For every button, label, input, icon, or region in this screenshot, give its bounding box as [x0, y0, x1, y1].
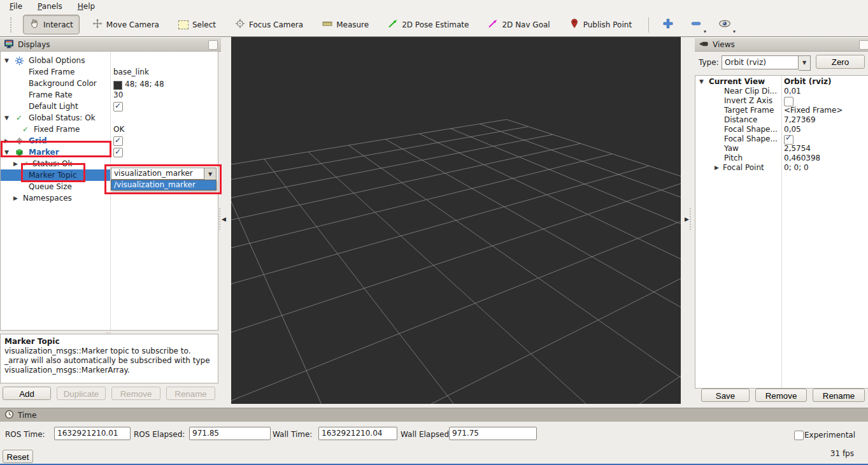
toolbar-separator [648, 17, 649, 32]
experimental-label: Experimental [804, 431, 855, 440]
tool-move-camera[interactable]: Move Camera [86, 15, 166, 34]
display-row-background-color[interactable]: Background Color 48; 48; 48 [1, 78, 218, 89]
views-panel-header: Views [695, 38, 868, 52]
wall-time-input[interactable]: 1632921210.04 [318, 427, 397, 440]
views-row-distance[interactable]: Distance 7,27369 [695, 115, 868, 125]
duplicate-button[interactable]: Duplicate [57, 387, 106, 400]
display-row-global-options[interactable]: ▼ Global Options [1, 55, 218, 66]
help-body: visualization_msgs::Marker topic to subs… [4, 347, 214, 375]
ground-grid [231, 37, 681, 404]
reset-button[interactable]: Reset [3, 450, 33, 463]
display-row-grid[interactable]: ▶ Grid [1, 135, 218, 147]
views-row-yaw[interactable]: Yaw 2,5754 [695, 144, 868, 154]
toolbar-drag-handle[interactable] [10, 17, 14, 32]
ruler-icon [322, 18, 332, 31]
marker-topic-combo[interactable]: visualization_marker ▼ [111, 168, 217, 181]
display-row-namespaces[interactable]: ▶ Namespaces [1, 192, 218, 204]
wall-elapsed-input[interactable]: 971.75 [449, 427, 537, 440]
zero-button[interactable]: Zero [816, 55, 865, 69]
tool-visibility-button[interactable]: ▾ [715, 17, 734, 32]
toolbar: Interact Move Camera Select Focus Camera… [0, 13, 868, 37]
tool-2d-pose-estimate-label: 2D Pose Estimate [402, 20, 469, 29]
views-row-pitch[interactable]: Pitch 0,460398 [695, 154, 868, 163]
check-icon: ✓ [22, 124, 29, 135]
views-row-invert-z[interactable]: Invert Z Axis [695, 96, 868, 106]
displays-panel-header: Displays [0, 38, 221, 52]
menu-help[interactable]: Help [75, 1, 98, 11]
tool-publish-point[interactable]: Publish Point [563, 15, 638, 34]
tool-interact[interactable]: Interact [23, 15, 80, 34]
marker-topic-combo-value[interactable]: visualization_marker [111, 168, 204, 180]
displays-panel-title: Displays [18, 40, 50, 49]
marker-topic-dropdown-list: /visualization_marker [111, 180, 217, 190]
tool-measure-label: Measure [336, 20, 369, 29]
wall-elapsed-label: Wall Elapsed: [401, 430, 452, 439]
combo-dropdown-button[interactable]: ▼ [799, 55, 811, 71]
3d-viewport[interactable] [231, 37, 681, 404]
display-row-default-light[interactable]: Default Light [1, 101, 218, 112]
views-row-focal-shape-fixed[interactable]: Focal Shape... [695, 134, 868, 144]
rename-display-button[interactable]: Rename [166, 387, 215, 400]
view-type-value[interactable]: Orbit (rviz) [722, 55, 799, 69]
view-type-combo[interactable]: Orbit (rviz) ▼ [722, 55, 811, 71]
invert-z-checkbox[interactable] [784, 97, 793, 106]
display-row-frame-rate[interactable]: Frame Rate 30 [1, 89, 218, 101]
experimental-checkbox[interactable] [794, 431, 804, 440]
marker-enabled-checkbox[interactable] [113, 148, 123, 157]
clock-icon [4, 410, 14, 421]
save-view-button[interactable]: Save [701, 389, 750, 402]
marker-topic-dropdown-item[interactable]: /visualization_marker [111, 180, 216, 190]
add-button[interactable]: Add [3, 387, 51, 400]
tool-focus-camera[interactable]: Focus Camera [229, 15, 309, 34]
tool-move-camera-label: Move Camera [106, 20, 159, 29]
display-row-marker[interactable]: ▼ Marker [1, 147, 218, 158]
tool-2d-nav-goal[interactable]: 2D Nav Goal [481, 15, 556, 34]
combo-dropdown-button[interactable]: ▼ [204, 168, 217, 181]
select-box-icon [178, 20, 189, 29]
menu-panels[interactable]: Panels [34, 1, 66, 11]
tool-measure[interactable]: Measure [316, 15, 375, 34]
wall-time-label: Wall Time: [273, 430, 312, 439]
views-panel-float-button[interactable] [859, 40, 868, 50]
tool-publish-point-label: Publish Point [583, 20, 632, 29]
tool-interact-label: Interact [43, 20, 73, 29]
left-splitter-collapse-arrow[interactable]: ◀ [222, 216, 226, 222]
add-tool-button[interactable] [659, 17, 677, 32]
magenta-arrow-icon [488, 18, 498, 31]
views-row-target-frame[interactable]: Target Frame <Fixed Frame> [695, 106, 868, 115]
time-panel-header: Time [0, 408, 868, 422]
move-icon [92, 18, 103, 31]
tool-select[interactable]: Select [172, 17, 222, 33]
fixed-frame-value[interactable]: base_link [113, 66, 149, 78]
views-row-near-clip[interactable]: Near Clip Di... 0,01 [695, 87, 868, 96]
ros-elapsed-input[interactable]: 971.85 [189, 427, 271, 440]
display-row-status-fixed-frame[interactable]: ✓ Fixed Frame OK [1, 124, 218, 135]
frame-rate-value[interactable]: 30 [113, 89, 123, 101]
ros-time-label: ROS Time: [5, 430, 45, 439]
menu-file[interactable]: File [6, 1, 25, 11]
pin-icon [569, 18, 580, 31]
rename-view-button[interactable]: Rename [813, 389, 865, 402]
remove-display-button[interactable]: Remove [111, 387, 160, 400]
ros-time-input[interactable]: 1632921210.01 [54, 427, 131, 440]
display-row-fixed-frame[interactable]: Fixed Frame base_link [1, 66, 218, 78]
tool-2d-nav-goal-label: 2D Nav Goal [502, 20, 550, 29]
default-light-checkbox[interactable] [113, 102, 123, 111]
display-row-global-status[interactable]: ▼ ✓ Global Status: Ok [1, 112, 218, 124]
background-color-value[interactable]: 48; 48; 48 [113, 78, 164, 90]
views-row-focal-point[interactable]: ▶ Focal Point 0; 0; 0 [695, 163, 868, 173]
grid-enabled-checkbox[interactable] [113, 136, 123, 146]
time-panel-title: Time [18, 411, 36, 420]
remove-tool-button[interactable]: ▾ [687, 17, 705, 32]
views-row-focal-shape-size[interactable]: Focal Shape... 0,05 [695, 125, 868, 134]
displays-icon [4, 39, 14, 51]
displays-panel-float-button[interactable] [208, 40, 218, 50]
remove-view-button[interactable]: Remove [755, 389, 807, 402]
views-row-current-view[interactable]: ▼ Current View Orbit (rviz) [695, 77, 868, 87]
right-splitter-handle[interactable] [690, 208, 693, 230]
right-splitter-collapse-arrow[interactable]: ▶ [685, 216, 689, 222]
tool-2d-pose-estimate[interactable]: 2D Pose Estimate [381, 15, 475, 34]
menubar: File Panels Help [0, 0, 868, 13]
focal-shape-checkbox[interactable] [784, 135, 793, 145]
green-arrow-icon [388, 18, 398, 31]
